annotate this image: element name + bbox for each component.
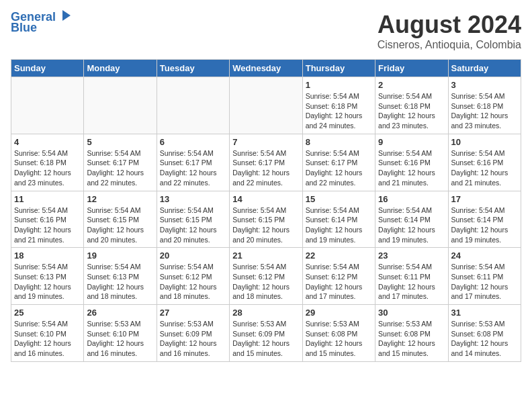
day-number: 19 bbox=[87, 250, 153, 261]
calendar-cell: 31Sunrise: 5:53 AMSunset: 6:08 PMDayligh… bbox=[448, 305, 521, 362]
weekday-header: Thursday bbox=[302, 60, 375, 77]
calendar-cell: 18Sunrise: 5:54 AMSunset: 6:13 PMDayligh… bbox=[11, 248, 84, 305]
day-info: Sunrise: 5:53 AMSunset: 6:08 PMDaylight:… bbox=[306, 319, 372, 359]
day-number: 20 bbox=[160, 250, 226, 261]
calendar-cell: 13Sunrise: 5:54 AMSunset: 6:15 PMDayligh… bbox=[157, 191, 229, 248]
page-header: General Blue August 2024 Cisneros, Antio… bbox=[11, 11, 521, 51]
page-title: August 2024 bbox=[378, 11, 521, 39]
calendar-cell: 2Sunrise: 5:54 AMSunset: 6:18 PMDaylight… bbox=[375, 77, 448, 134]
svg-marker-0 bbox=[62, 10, 71, 21]
weekday-header: Tuesday bbox=[157, 60, 229, 77]
day-info: Sunrise: 5:54 AMSunset: 6:15 PMDaylight:… bbox=[160, 205, 226, 245]
day-info: Sunrise: 5:53 AMSunset: 6:10 PMDaylight:… bbox=[87, 319, 153, 359]
calendar-cell: 3Sunrise: 5:54 AMSunset: 6:18 PMDaylight… bbox=[448, 77, 521, 134]
day-info: Sunrise: 5:54 AMSunset: 6:14 PMDaylight:… bbox=[378, 205, 445, 245]
day-number: 31 bbox=[451, 308, 518, 318]
day-number: 12 bbox=[87, 194, 153, 204]
day-info: Sunrise: 5:54 AMSunset: 6:12 PMDaylight:… bbox=[306, 262, 372, 302]
calendar-cell: 1Sunrise: 5:54 AMSunset: 6:18 PMDaylight… bbox=[302, 77, 375, 134]
calendar-cell: 28Sunrise: 5:53 AMSunset: 6:09 PMDayligh… bbox=[230, 305, 302, 362]
calendar-cell: 11Sunrise: 5:54 AMSunset: 6:16 PMDayligh… bbox=[11, 191, 84, 248]
calendar-cell: 7Sunrise: 5:54 AMSunset: 6:17 PMDaylight… bbox=[230, 134, 302, 191]
calendar-cell: 16Sunrise: 5:54 AMSunset: 6:14 PMDayligh… bbox=[375, 191, 448, 248]
weekday-header: Friday bbox=[375, 60, 448, 77]
logo: General Blue bbox=[11, 11, 72, 35]
day-info: Sunrise: 5:54 AMSunset: 6:17 PMDaylight:… bbox=[232, 148, 299, 188]
weekday-header-row: SundayMondayTuesdayWednesdayThursdayFrid… bbox=[11, 60, 521, 77]
calendar-cell: 30Sunrise: 5:53 AMSunset: 6:08 PMDayligh… bbox=[375, 305, 448, 362]
day-info: Sunrise: 5:54 AMSunset: 6:17 PMDaylight:… bbox=[160, 148, 226, 188]
day-number: 5 bbox=[87, 137, 153, 147]
calendar-cell: 9Sunrise: 5:54 AMSunset: 6:16 PMDaylight… bbox=[375, 134, 448, 191]
calendar-cell: 27Sunrise: 5:53 AMSunset: 6:09 PMDayligh… bbox=[157, 305, 229, 362]
calendar-cell bbox=[84, 77, 157, 134]
calendar-cell: 4Sunrise: 5:54 AMSunset: 6:18 PMDaylight… bbox=[11, 134, 84, 191]
title-area: August 2024 Cisneros, Antioquia, Colombi… bbox=[378, 11, 521, 51]
day-info: Sunrise: 5:54 AMSunset: 6:17 PMDaylight:… bbox=[87, 148, 153, 188]
day-info: Sunrise: 5:54 AMSunset: 6:18 PMDaylight:… bbox=[451, 91, 518, 131]
calendar-cell: 25Sunrise: 5:54 AMSunset: 6:10 PMDayligh… bbox=[11, 305, 84, 362]
day-number: 14 bbox=[232, 194, 299, 204]
day-number: 23 bbox=[378, 250, 445, 261]
calendar-cell: 21Sunrise: 5:54 AMSunset: 6:12 PMDayligh… bbox=[230, 248, 302, 305]
logo-text2: Blue bbox=[11, 21, 37, 35]
day-info: Sunrise: 5:54 AMSunset: 6:14 PMDaylight:… bbox=[306, 205, 372, 245]
calendar-cell: 22Sunrise: 5:54 AMSunset: 6:12 PMDayligh… bbox=[302, 248, 375, 305]
day-number: 15 bbox=[306, 194, 372, 204]
weekday-header: Monday bbox=[84, 60, 157, 77]
day-number: 7 bbox=[232, 137, 299, 147]
calendar-cell: 8Sunrise: 5:54 AMSunset: 6:17 PMDaylight… bbox=[302, 134, 375, 191]
day-info: Sunrise: 5:54 AMSunset: 6:13 PMDaylight:… bbox=[87, 262, 153, 302]
calendar-cell: 15Sunrise: 5:54 AMSunset: 6:14 PMDayligh… bbox=[302, 191, 375, 248]
day-number: 1 bbox=[306, 80, 372, 90]
calendar-week-row: 18Sunrise: 5:54 AMSunset: 6:13 PMDayligh… bbox=[11, 248, 521, 305]
day-number: 13 bbox=[160, 194, 226, 204]
day-info: Sunrise: 5:54 AMSunset: 6:15 PMDaylight:… bbox=[87, 205, 153, 245]
day-number: 2 bbox=[378, 80, 445, 90]
day-number: 4 bbox=[14, 137, 81, 147]
day-info: Sunrise: 5:54 AMSunset: 6:18 PMDaylight:… bbox=[14, 148, 81, 188]
calendar-cell: 29Sunrise: 5:53 AMSunset: 6:08 PMDayligh… bbox=[302, 305, 375, 362]
calendar-cell: 12Sunrise: 5:54 AMSunset: 6:15 PMDayligh… bbox=[84, 191, 157, 248]
weekday-header: Wednesday bbox=[230, 60, 302, 77]
day-number: 6 bbox=[160, 137, 226, 147]
day-info: Sunrise: 5:54 AMSunset: 6:18 PMDaylight:… bbox=[378, 91, 445, 131]
weekday-header: Saturday bbox=[448, 60, 521, 77]
day-info: Sunrise: 5:53 AMSunset: 6:09 PMDaylight:… bbox=[160, 319, 226, 359]
calendar-cell bbox=[230, 77, 302, 134]
day-number: 3 bbox=[451, 80, 518, 90]
day-number: 25 bbox=[14, 308, 81, 318]
day-info: Sunrise: 5:54 AMSunset: 6:17 PMDaylight:… bbox=[306, 148, 372, 188]
day-number: 10 bbox=[451, 137, 518, 147]
calendar-cell bbox=[157, 77, 229, 134]
day-info: Sunrise: 5:53 AMSunset: 6:08 PMDaylight:… bbox=[451, 319, 518, 359]
calendar-cell: 17Sunrise: 5:54 AMSunset: 6:14 PMDayligh… bbox=[448, 191, 521, 248]
day-number: 8 bbox=[306, 137, 372, 147]
day-number: 29 bbox=[306, 308, 372, 318]
day-number: 16 bbox=[378, 194, 445, 204]
day-number: 21 bbox=[232, 250, 299, 261]
day-info: Sunrise: 5:53 AMSunset: 6:09 PMDaylight:… bbox=[232, 319, 299, 359]
calendar-cell: 5Sunrise: 5:54 AMSunset: 6:17 PMDaylight… bbox=[84, 134, 157, 191]
day-info: Sunrise: 5:54 AMSunset: 6:11 PMDaylight:… bbox=[378, 262, 445, 302]
calendar-cell bbox=[11, 77, 84, 134]
day-number: 9 bbox=[378, 137, 445, 147]
day-info: Sunrise: 5:54 AMSunset: 6:11 PMDaylight:… bbox=[451, 262, 518, 302]
calendar-cell: 14Sunrise: 5:54 AMSunset: 6:15 PMDayligh… bbox=[230, 191, 302, 248]
day-info: Sunrise: 5:54 AMSunset: 6:13 PMDaylight:… bbox=[14, 262, 81, 302]
calendar-cell: 19Sunrise: 5:54 AMSunset: 6:13 PMDayligh… bbox=[84, 248, 157, 305]
calendar-week-row: 1Sunrise: 5:54 AMSunset: 6:18 PMDaylight… bbox=[11, 77, 521, 134]
day-info: Sunrise: 5:54 AMSunset: 6:16 PMDaylight:… bbox=[378, 148, 445, 188]
day-info: Sunrise: 5:54 AMSunset: 6:16 PMDaylight:… bbox=[14, 205, 81, 245]
day-info: Sunrise: 5:54 AMSunset: 6:18 PMDaylight:… bbox=[306, 91, 372, 131]
calendar-cell: 6Sunrise: 5:54 AMSunset: 6:17 PMDaylight… bbox=[157, 134, 229, 191]
calendar-cell: 10Sunrise: 5:54 AMSunset: 6:16 PMDayligh… bbox=[448, 134, 521, 191]
day-number: 30 bbox=[378, 308, 445, 318]
calendar-cell: 26Sunrise: 5:53 AMSunset: 6:10 PMDayligh… bbox=[84, 305, 157, 362]
day-number: 24 bbox=[451, 250, 518, 261]
day-info: Sunrise: 5:54 AMSunset: 6:12 PMDaylight:… bbox=[160, 262, 226, 302]
day-info: Sunrise: 5:54 AMSunset: 6:15 PMDaylight:… bbox=[232, 205, 299, 245]
day-number: 28 bbox=[232, 308, 299, 318]
calendar-table: SundayMondayTuesdayWednesdayThursdayFrid… bbox=[11, 59, 521, 362]
calendar-cell: 20Sunrise: 5:54 AMSunset: 6:12 PMDayligh… bbox=[157, 248, 229, 305]
